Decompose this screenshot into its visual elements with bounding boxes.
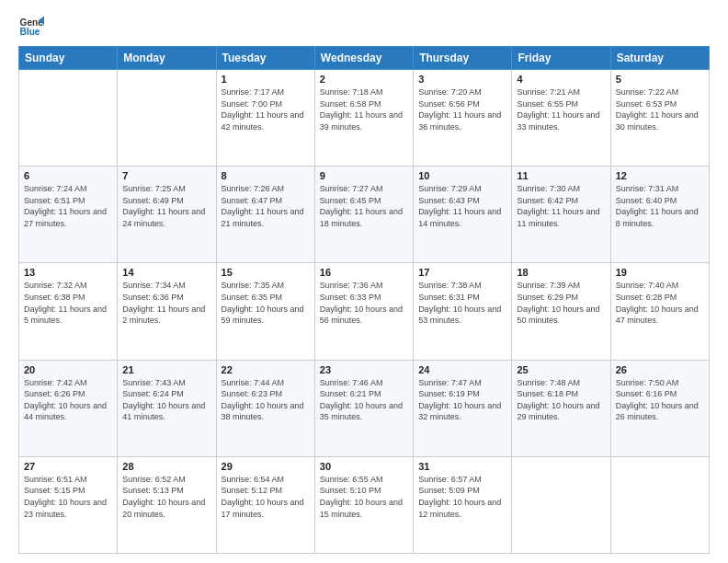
day-header-sunday: Sunday	[19, 47, 118, 70]
calendar-cell: 9Sunrise: 7:27 AM Sunset: 6:45 PM Daylig…	[314, 167, 413, 263]
day-number: 16	[320, 267, 408, 278]
day-info: Sunrise: 7:46 AM Sunset: 6:21 PM Dayligh…	[320, 377, 408, 423]
day-info: Sunrise: 7:18 AM Sunset: 6:58 PM Dayligh…	[320, 86, 408, 132]
day-number: 5	[616, 74, 704, 85]
day-number: 20	[24, 364, 112, 375]
logo: General Blue	[18, 15, 44, 40]
day-number: 22	[222, 364, 310, 375]
day-number: 25	[517, 364, 605, 375]
day-info: Sunrise: 7:34 AM Sunset: 6:36 PM Dayligh…	[122, 280, 210, 326]
header: General Blue	[18, 15, 710, 40]
calendar-cell: 5Sunrise: 7:22 AM Sunset: 6:53 PM Daylig…	[610, 70, 709, 167]
day-header-tuesday: Tuesday	[216, 47, 314, 70]
day-number: 8	[222, 170, 310, 181]
day-number: 23	[320, 364, 408, 375]
calendar-cell: 3Sunrise: 7:20 AM Sunset: 6:56 PM Daylig…	[414, 70, 512, 167]
calendar-cell: 4Sunrise: 7:21 AM Sunset: 6:55 PM Daylig…	[512, 70, 610, 167]
day-number: 9	[320, 170, 408, 181]
day-number: 6	[24, 170, 112, 181]
day-header-saturday: Saturday	[610, 47, 709, 70]
day-number: 17	[418, 267, 506, 278]
day-header-friday: Friday	[512, 47, 610, 70]
day-info: Sunrise: 7:24 AM Sunset: 6:51 PM Dayligh…	[24, 183, 112, 229]
day-info: Sunrise: 7:31 AM Sunset: 6:40 PM Dayligh…	[616, 183, 704, 229]
day-info: Sunrise: 6:51 AM Sunset: 5:15 PM Dayligh…	[24, 474, 112, 520]
week-row-3: 13Sunrise: 7:32 AM Sunset: 6:38 PM Dayli…	[19, 263, 710, 360]
day-info: Sunrise: 7:25 AM Sunset: 6:49 PM Dayligh…	[122, 183, 210, 229]
calendar-cell: 17Sunrise: 7:38 AM Sunset: 6:31 PM Dayli…	[414, 263, 512, 360]
day-number: 11	[517, 170, 605, 181]
calendar-cell: 30Sunrise: 6:55 AM Sunset: 5:10 PM Dayli…	[314, 456, 413, 553]
calendar-table: SundayMondayTuesdayWednesdayThursdayFrid…	[18, 46, 710, 554]
day-info: Sunrise: 7:17 AM Sunset: 7:00 PM Dayligh…	[222, 86, 310, 132]
day-info: Sunrise: 7:26 AM Sunset: 6:47 PM Dayligh…	[222, 183, 310, 229]
calendar-cell	[19, 70, 118, 167]
day-number: 21	[122, 364, 210, 375]
day-info: Sunrise: 7:44 AM Sunset: 6:23 PM Dayligh…	[222, 377, 310, 423]
day-info: Sunrise: 7:43 AM Sunset: 6:24 PM Dayligh…	[122, 377, 210, 423]
day-info: Sunrise: 6:55 AM Sunset: 5:10 PM Dayligh…	[320, 474, 408, 520]
calendar-cell	[512, 456, 610, 553]
day-number: 31	[418, 461, 506, 472]
calendar-cell: 20Sunrise: 7:42 AM Sunset: 6:26 PM Dayli…	[19, 360, 118, 456]
day-number: 3	[418, 74, 506, 85]
calendar-cell: 12Sunrise: 7:31 AM Sunset: 6:40 PM Dayli…	[610, 167, 709, 263]
day-info: Sunrise: 6:52 AM Sunset: 5:13 PM Dayligh…	[122, 474, 210, 520]
day-info: Sunrise: 6:57 AM Sunset: 5:09 PM Dayligh…	[418, 474, 506, 520]
day-number: 4	[517, 74, 605, 85]
calendar-cell: 19Sunrise: 7:40 AM Sunset: 6:28 PM Dayli…	[610, 263, 709, 360]
day-number: 14	[122, 267, 210, 278]
day-info: Sunrise: 7:50 AM Sunset: 6:16 PM Dayligh…	[616, 377, 704, 423]
day-info: Sunrise: 7:21 AM Sunset: 6:55 PM Dayligh…	[517, 86, 605, 132]
week-row-4: 20Sunrise: 7:42 AM Sunset: 6:26 PM Dayli…	[19, 360, 710, 456]
calendar-cell: 28Sunrise: 6:52 AM Sunset: 5:13 PM Dayli…	[118, 456, 216, 553]
day-info: Sunrise: 7:42 AM Sunset: 6:26 PM Dayligh…	[24, 377, 112, 423]
calendar-cell: 27Sunrise: 6:51 AM Sunset: 5:15 PM Dayli…	[19, 456, 118, 553]
calendar-cell: 11Sunrise: 7:30 AM Sunset: 6:42 PM Dayli…	[512, 167, 610, 263]
day-number: 29	[222, 461, 310, 472]
day-number: 30	[320, 461, 408, 472]
calendar-cell: 21Sunrise: 7:43 AM Sunset: 6:24 PM Dayli…	[118, 360, 216, 456]
logo-icon: General Blue	[18, 15, 44, 40]
day-info: Sunrise: 7:47 AM Sunset: 6:19 PM Dayligh…	[418, 377, 506, 423]
calendar-cell	[118, 70, 216, 167]
day-info: Sunrise: 7:35 AM Sunset: 6:35 PM Dayligh…	[222, 280, 310, 326]
calendar-cell: 23Sunrise: 7:46 AM Sunset: 6:21 PM Dayli…	[314, 360, 413, 456]
day-header-monday: Monday	[118, 47, 216, 70]
day-number: 13	[24, 267, 112, 278]
day-info: Sunrise: 7:30 AM Sunset: 6:42 PM Dayligh…	[517, 183, 605, 229]
calendar-cell: 15Sunrise: 7:35 AM Sunset: 6:35 PM Dayli…	[216, 263, 314, 360]
day-header-thursday: Thursday	[414, 47, 512, 70]
calendar-header-row: SundayMondayTuesdayWednesdayThursdayFrid…	[19, 47, 710, 70]
day-number: 1	[222, 74, 310, 85]
calendar-cell: 13Sunrise: 7:32 AM Sunset: 6:38 PM Dayli…	[19, 263, 118, 360]
day-number: 24	[418, 364, 506, 375]
day-number: 27	[24, 461, 112, 472]
day-number: 15	[222, 267, 310, 278]
calendar-cell: 2Sunrise: 7:18 AM Sunset: 6:58 PM Daylig…	[314, 70, 413, 167]
day-info: Sunrise: 7:39 AM Sunset: 6:29 PM Dayligh…	[517, 280, 605, 326]
svg-text:Blue: Blue	[20, 27, 40, 37]
day-number: 19	[616, 267, 704, 278]
day-info: Sunrise: 7:29 AM Sunset: 6:43 PM Dayligh…	[418, 183, 506, 229]
week-row-5: 27Sunrise: 6:51 AM Sunset: 5:15 PM Dayli…	[19, 456, 710, 553]
day-number: 12	[616, 170, 704, 181]
calendar-cell: 29Sunrise: 6:54 AM Sunset: 5:12 PM Dayli…	[216, 456, 314, 553]
week-row-2: 6Sunrise: 7:24 AM Sunset: 6:51 PM Daylig…	[19, 167, 710, 263]
calendar-cell: 14Sunrise: 7:34 AM Sunset: 6:36 PM Dayli…	[118, 263, 216, 360]
calendar-cell: 24Sunrise: 7:47 AM Sunset: 6:19 PM Dayli…	[414, 360, 512, 456]
day-info: Sunrise: 7:36 AM Sunset: 6:33 PM Dayligh…	[320, 280, 408, 326]
calendar-cell: 16Sunrise: 7:36 AM Sunset: 6:33 PM Dayli…	[314, 263, 413, 360]
day-number: 28	[122, 461, 210, 472]
calendar-cell	[610, 456, 709, 553]
day-info: Sunrise: 7:27 AM Sunset: 6:45 PM Dayligh…	[320, 183, 408, 229]
calendar-cell: 26Sunrise: 7:50 AM Sunset: 6:16 PM Dayli…	[610, 360, 709, 456]
day-info: Sunrise: 7:22 AM Sunset: 6:53 PM Dayligh…	[616, 86, 704, 132]
calendar-cell: 6Sunrise: 7:24 AM Sunset: 6:51 PM Daylig…	[19, 167, 118, 263]
calendar-cell: 10Sunrise: 7:29 AM Sunset: 6:43 PM Dayli…	[414, 167, 512, 263]
day-number: 10	[418, 170, 506, 181]
calendar-cell: 7Sunrise: 7:25 AM Sunset: 6:49 PM Daylig…	[118, 167, 216, 263]
calendar-cell: 25Sunrise: 7:48 AM Sunset: 6:18 PM Dayli…	[512, 360, 610, 456]
day-number: 18	[517, 267, 605, 278]
day-header-wednesday: Wednesday	[314, 47, 413, 70]
